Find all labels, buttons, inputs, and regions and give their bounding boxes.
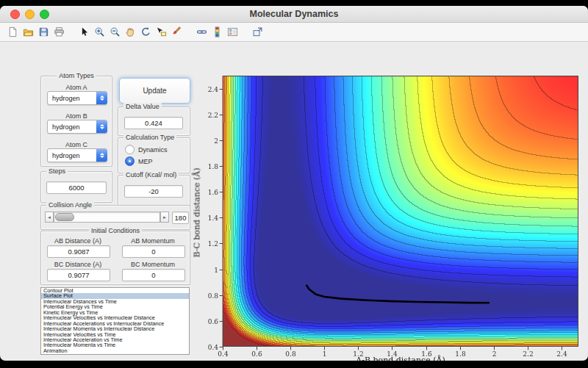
pes-contour-canvas (201, 69, 586, 361)
edit-plot-button[interactable] (77, 26, 90, 39)
calculation-type-title: Calculation Type (123, 134, 176, 141)
insert-legend-button[interactable] (226, 26, 239, 39)
figure-toolbar (0, 23, 588, 42)
ab-distance-label: AB Distance (A) (43, 237, 113, 245)
slider-right-arrow[interactable] (160, 212, 169, 223)
open-folder-icon (23, 26, 34, 37)
collision-angle-slider[interactable] (54, 212, 160, 223)
new-file-icon (7, 26, 18, 37)
calc-option-label: MEP (138, 158, 153, 165)
zoom-in-icon (94, 26, 105, 37)
save-button[interactable] (37, 26, 50, 39)
plot-list-item[interactable]: Animation (41, 348, 189, 353)
steps-panel: Steps (40, 171, 112, 203)
radio-dynamics-icon[interactable] (125, 145, 135, 154)
atom-c-value: hydrogen (48, 152, 96, 159)
pan-hand-icon (125, 26, 136, 37)
atom-c-select[interactable]: hydrogen (47, 148, 107, 162)
y-axis-label: B-C bond distance (Å) (193, 162, 202, 264)
new-file-button[interactable] (6, 26, 19, 39)
close-button[interactable] (10, 10, 20, 19)
content-area: Atom Types Atom A hydrogen Atom B hydrog… (0, 41, 588, 361)
calc-option-label: Dynamics (138, 146, 168, 154)
save-floppy-icon (38, 26, 49, 37)
popup-stepper-icon (96, 149, 107, 162)
atom-b-select[interactable]: hydrogen (47, 120, 107, 134)
screenshot-root: { "window": { "title": "Molecular Dynami… (0, 0, 588, 368)
link-plots-button[interactable] (195, 26, 208, 39)
calc-option-dynamics[interactable]: Dynamics (125, 145, 168, 154)
atom-b-value: hydrogen (48, 123, 96, 131)
collision-angle-field[interactable] (172, 212, 189, 224)
steps-title: Steps (46, 167, 68, 175)
cutoff-panel: Cutoff (Kcal/ mol) (118, 175, 190, 206)
delta-value-title: Delta Value (123, 103, 162, 110)
ab-distance-field[interactable] (47, 245, 110, 258)
minimize-button[interactable] (25, 10, 35, 19)
atom-a-value: hydrogen (48, 95, 96, 102)
steps-field[interactable] (46, 181, 107, 194)
initial-conditions-title: Initial Conditions (89, 227, 142, 234)
cutoff-field[interactable] (124, 185, 183, 198)
window-title: Molecular Dynamics (0, 6, 588, 22)
pan-button[interactable] (123, 26, 137, 39)
delta-value-panel: Delta Value (118, 107, 190, 136)
popup-stepper-icon (96, 120, 107, 133)
atom-b-label: Atom B (41, 112, 112, 120)
atom-a-select[interactable]: hydrogen (47, 91, 107, 105)
pointer-cursor-icon (79, 26, 90, 37)
bc-momentum-field[interactable] (122, 269, 185, 281)
zoom-button[interactable] (40, 10, 49, 19)
insert-colorbar-button[interactable] (210, 26, 223, 39)
atom-a-label: Atom A (41, 84, 112, 91)
initial-conditions-panel: Initial Conditions AB Distance (A) AB Mo… (40, 231, 190, 285)
bc-momentum-label: BC Momentum (118, 261, 188, 268)
brush-button[interactable] (170, 26, 183, 39)
data-cursor-icon (156, 26, 167, 37)
dock-figure-button[interactable] (251, 26, 264, 39)
popup-stepper-icon (96, 92, 107, 104)
printer-icon (54, 26, 65, 37)
atom-types-title: Atom Types (57, 72, 96, 79)
ab-momentum-label: AB Momentum (118, 237, 188, 245)
slider-thumb[interactable] (55, 213, 74, 221)
zoom-in-button[interactable] (93, 26, 106, 39)
bc-distance-field[interactable] (47, 269, 110, 281)
zoom-out-icon (110, 26, 121, 37)
update-button[interactable]: Update (119, 78, 190, 104)
x-axis-label: A-B bond distance (Å) (223, 356, 578, 361)
rotate-arrow-icon (140, 26, 151, 37)
print-button[interactable] (52, 26, 65, 39)
pes-plot: A-B bond distance (Å) B-C bond distance … (201, 69, 586, 361)
dock-window-icon (252, 26, 263, 37)
atom-types-panel: Atom Types Atom A hydrogen Atom B hydrog… (40, 76, 112, 167)
slider-left-arrow[interactable] (45, 212, 54, 223)
calc-option-mep[interactable]: MEP (125, 156, 153, 166)
link-chain-icon (196, 26, 207, 37)
colorbar-icon (212, 26, 223, 37)
delta-value-field[interactable] (124, 117, 183, 129)
legend-icon (227, 26, 238, 37)
zoom-out-button[interactable] (108, 26, 121, 39)
atom-c-label: Atom C (41, 141, 112, 148)
plot-type-listbox[interactable]: Contour Plot Surface Plot Internuclear D… (40, 287, 190, 355)
rotate-3d-button[interactable] (139, 26, 152, 39)
bc-distance-label: BC Distance (A) (43, 261, 113, 268)
collision-angle-panel: Collision Angle (40, 205, 190, 230)
calculation-type-panel: Calculation Type Dynamics MEP (118, 137, 190, 173)
collision-angle-title: Collision Angle (46, 201, 94, 209)
cutoff-title: Cutoff (Kcal/ mol) (123, 171, 179, 178)
app-window: Molecular Dynamics Atom Types Atom A hyd… (0, 6, 588, 361)
open-file-button[interactable] (21, 26, 35, 39)
data-cursor-button[interactable] (154, 26, 168, 39)
brush-icon (171, 26, 182, 37)
radio-mep-icon[interactable] (125, 156, 135, 166)
ab-momentum-field[interactable] (122, 245, 185, 258)
titlebar[interactable]: Molecular Dynamics (0, 6, 588, 23)
